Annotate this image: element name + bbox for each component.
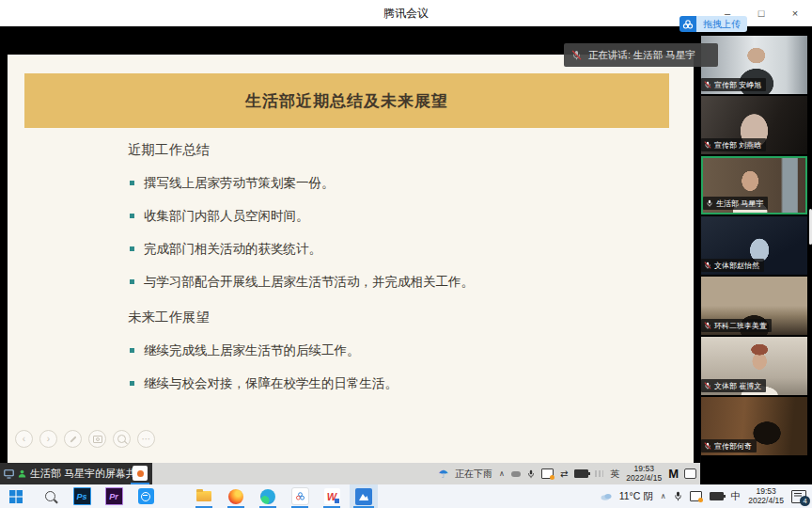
participant-name: 生活部 马星宇: [716, 198, 763, 209]
notification-center-icon[interactable]: 4: [791, 490, 806, 503]
slide-title-banner: 生活部近期总结及未来展望: [24, 73, 669, 128]
bullet-text: 继续完成线上居家生活节的后续工作。: [144, 341, 360, 359]
bullet-text: 撰写线上居家劳动节策划案一份。: [144, 174, 335, 192]
monitor-icon: [4, 469, 14, 479]
presenter-taskbar-app-icon: [133, 466, 148, 481]
network-signal-icon: [595, 470, 603, 477]
video-tile[interactable]: 文体部赵怡然: [701, 216, 807, 275]
mic-tray-icon[interactable]: [674, 491, 682, 501]
action-center-icon[interactable]: [684, 468, 696, 479]
ime-indicator[interactable]: 中: [731, 490, 742, 503]
windows-taskbar: Ps Pr W 11°C 阴 ∧ 中 19:53 2022/4/15: [0, 484, 812, 508]
tray-expand-icon[interactable]: ∧: [499, 469, 505, 478]
presenter-weather-label: 正在下雨: [455, 468, 492, 481]
bullet-square-icon: [130, 348, 134, 353]
windows-logo-icon: [9, 490, 23, 503]
drag-upload-widget[interactable]: 拖拽上传: [679, 16, 747, 32]
mic-muted-icon: [704, 141, 711, 149]
video-tile[interactable]: 文体部 崔博文: [701, 337, 807, 395]
bullet-item: 与学习部配合开展线上居家生活节活动，并完成相关工作。: [128, 273, 654, 291]
active-speaker-text: 正在讲话: 生活部 马星宇: [588, 49, 695, 62]
presenter-clock: 19:53 2022/4/15: [626, 465, 662, 484]
more-options-button[interactable]: ⋯: [137, 430, 155, 448]
prev-slide-button[interactable]: ‹: [15, 430, 33, 448]
section-heading: 近期工作总结: [128, 141, 654, 159]
taskbar-blue-app[interactable]: [133, 484, 158, 508]
participant-name-pill: 生活部 马星宇: [703, 197, 768, 210]
meeting-logo-icon: [679, 16, 696, 32]
participant-name-pill: 文体部 崔博文: [701, 379, 766, 392]
video-tile[interactable]: 环科二班李美萱: [701, 277, 807, 335]
taskbar-photoshop[interactable]: Ps: [70, 484, 94, 508]
camera-icon: [93, 436, 102, 443]
close-button[interactable]: ×: [778, 0, 812, 26]
participant-video-sidebar: 宣传部 安峥旭 宣传部 刘燕晗 生活部 马星宇: [701, 26, 812, 484]
data-transfer-icon: ⇄: [560, 469, 568, 479]
meeting-main-area: 生活部近期总结及未来展望 近期工作总结 撰写线上居家劳动节策划案一份。 收集部门…: [0, 26, 812, 484]
taskbar-meeting-app[interactable]: [288, 484, 312, 508]
participant-name-pill: 宣传部 安峥旭: [701, 78, 766, 91]
bullet-text: 收集部门内部人员空闲时间。: [144, 207, 309, 225]
section-heading: 未来工作展望: [128, 309, 654, 326]
participant-name: 宣传部何奇: [714, 441, 752, 452]
taskbar-edge[interactable]: [256, 484, 280, 508]
bullet-text: 继续与校会对接，保障在校学生的日常生活。: [144, 374, 398, 392]
presentation-slide: 生活部近期总结及未来展望 近期工作总结 撰写线上居家劳动节策划案一份。 收集部门…: [8, 55, 694, 463]
taskbar-premiere[interactable]: Pr: [102, 484, 126, 508]
participant-name: 文体部 崔博文: [714, 381, 761, 391]
next-slide-button[interactable]: ›: [39, 430, 57, 448]
annotate-pencil-button[interactable]: [64, 430, 82, 448]
video-tile-list: 宣传部 安峥旭 宣传部 刘燕晗 生活部 马星宇: [701, 36, 807, 455]
bullet-item: 撰写线上居家劳动节策划案一份。: [128, 174, 654, 192]
screen-record-icon: [541, 468, 554, 479]
firefox-icon: [228, 489, 243, 504]
maximize-button[interactable]: □: [744, 0, 778, 26]
video-tile[interactable]: 宣传部何奇: [701, 397, 807, 455]
bullet-item: 继续与校会对接，保障在校学生的日常生活。: [128, 374, 654, 392]
meeting-app-icon: [291, 487, 309, 505]
weather-cloud-icon: [601, 492, 612, 500]
taskbar-clock[interactable]: 19:53 2022/4/15: [748, 487, 784, 506]
screen-record-tray-icon[interactable]: [690, 491, 702, 501]
video-tile-active-speaker[interactable]: 生活部 马星宇: [701, 156, 807, 214]
presenter-ime-indicator[interactable]: 英: [610, 468, 619, 481]
taskbar-search-button[interactable]: [38, 484, 62, 508]
mic-muted-icon: [704, 442, 711, 450]
system-tray: 11°C 阴 ∧ 中 19:53 2022/4/15 4: [601, 487, 812, 506]
screen-share-view: 生活部近期总结及未来展望 近期工作总结 撰写线上居家劳动节策划案一份。 收集部门…: [0, 26, 700, 484]
photoshop-icon: Ps: [73, 487, 91, 505]
presenter-person-icon: [18, 469, 26, 478]
notification-count-badge: 4: [800, 496, 810, 506]
screen-share-label: 生活部 马星宇的屏幕共享: [30, 467, 147, 481]
mic-muted-icon: [704, 262, 711, 269]
participant-name: 文体部赵怡然: [714, 261, 759, 271]
mic-muted-icon: [704, 322, 711, 329]
taskbar-file-explorer[interactable]: [192, 484, 216, 508]
taskbar-wps[interactable]: W: [320, 484, 344, 508]
magnifier-icon: [117, 435, 126, 443]
taskbar-firefox[interactable]: [224, 484, 248, 508]
bullet-square-icon: [130, 214, 134, 218]
drag-upload-label: 拖拽上传: [696, 16, 747, 32]
mic-muted-icon: [571, 50, 582, 60]
bullet-text: 完成部门相关活动的获奖统计。: [144, 240, 321, 258]
search-icon: [45, 491, 55, 501]
video-tile[interactable]: 宣传部 刘燕晗: [701, 96, 807, 154]
folder-icon: [196, 491, 211, 501]
pencil-icon: [70, 436, 76, 442]
taskbar-weather[interactable]: 11°C 阴: [619, 490, 653, 503]
zoom-button[interactable]: [113, 430, 131, 448]
battery-icon[interactable]: [710, 492, 724, 500]
screen-share-indicator[interactable]: 生活部 马星宇的屏幕共享: [0, 463, 152, 484]
active-speaker-toast: 正在讲话: 生活部 马星宇: [564, 43, 718, 67]
tray-expand-icon[interactable]: ∧: [661, 492, 666, 500]
taskbar-active-app[interactable]: [350, 484, 378, 508]
screenshot-button[interactable]: [88, 430, 106, 448]
mic-muted-icon: [704, 81, 711, 88]
bullet-item: 收集部门内部人员空闲时间。: [128, 207, 654, 225]
taskbar-date: 2022/4/15: [748, 497, 784, 506]
mic-tray-icon: [527, 469, 535, 479]
bullet-square-icon: [130, 246, 134, 251]
start-button[interactable]: [4, 484, 28, 508]
window-title: 腾讯会议: [383, 6, 429, 22]
